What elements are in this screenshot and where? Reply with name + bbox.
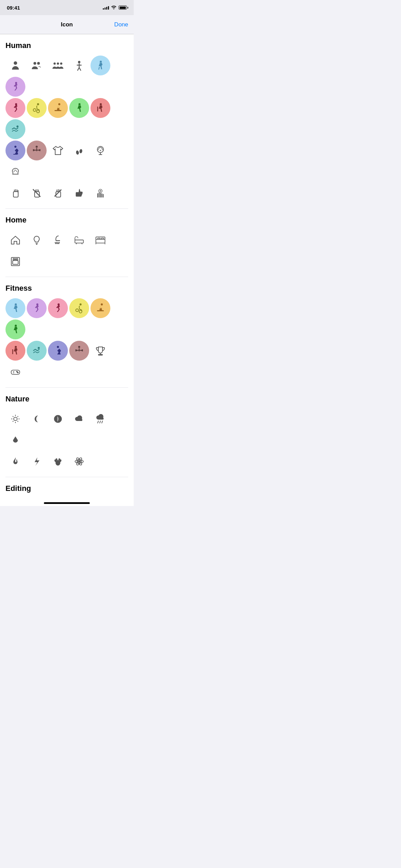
svg-point-15 <box>37 110 39 113</box>
hand-stop-icon[interactable] <box>5 183 25 203</box>
run-purple-icon[interactable] <box>5 77 25 97</box>
svg-point-108 <box>16 371 17 372</box>
hike-red-icon[interactable] <box>90 98 110 118</box>
done-button[interactable]: Done <box>114 21 128 28</box>
lightning-icon[interactable] <box>27 451 47 471</box>
hand-no-icon[interactable] <box>27 183 47 203</box>
svg-rect-103 <box>98 354 102 355</box>
fitness-wheelchair-icon[interactable] <box>69 298 89 318</box>
house-icon[interactable] <box>5 230 25 250</box>
svg-rect-74 <box>101 238 104 240</box>
person-group-2-icon[interactable] <box>27 56 47 75</box>
lightbulb-icon[interactable] <box>27 230 47 250</box>
paw-icon[interactable] <box>48 451 68 471</box>
nature-row-2 <box>5 451 128 471</box>
cloud-rain-icon[interactable] <box>90 409 110 429</box>
figure-stand-icon[interactable] <box>69 56 89 75</box>
svg-point-94 <box>57 346 59 348</box>
fitness-walk-icon[interactable] <box>5 298 25 318</box>
fitness-hike-icon[interactable] <box>5 341 25 361</box>
section-title-home: Home <box>5 216 128 225</box>
cloud-icon[interactable] <box>69 409 89 429</box>
svg-line-10 <box>79 68 81 71</box>
moon-full-icon[interactable] <box>48 409 68 429</box>
bed-icon[interactable] <box>90 230 110 250</box>
svg-point-90 <box>15 325 17 327</box>
moon-icon[interactable] <box>27 409 47 429</box>
svg-line-123 <box>102 421 102 423</box>
svg-point-1 <box>34 62 36 65</box>
run-pink-icon[interactable] <box>5 98 25 118</box>
fitness-walk-green-icon[interactable] <box>5 320 25 339</box>
svg-line-9 <box>77 68 79 71</box>
fire-icon[interactable] <box>5 451 25 471</box>
gamepad-icon[interactable] <box>5 362 25 382</box>
brain-icon[interactable] <box>5 162 25 182</box>
water-drop-icon[interactable] <box>5 430 25 450</box>
status-time: 09:41 <box>7 5 20 11</box>
svg-point-0 <box>14 61 17 65</box>
svg-point-25 <box>36 146 38 148</box>
svg-point-23 <box>14 146 16 148</box>
svg-point-17 <box>58 103 60 105</box>
trophy-icon[interactable] <box>90 341 110 361</box>
sun-icon[interactable] <box>5 409 25 429</box>
section-title-fitness: Fitness <box>5 284 128 293</box>
svg-point-88 <box>101 303 103 305</box>
fitness-skate-icon[interactable] <box>48 341 68 361</box>
footprint-icon[interactable] <box>69 141 89 160</box>
svg-point-79 <box>13 258 14 260</box>
human-row-2 <box>5 98 128 139</box>
walk-green-icon[interactable] <box>69 98 89 118</box>
svg-point-85 <box>80 303 82 305</box>
home-indicator <box>44 502 90 504</box>
wheelchair-yellow-icon[interactable] <box>27 98 47 118</box>
hand-slash-icon[interactable] <box>48 183 68 203</box>
brain-head-icon[interactable] <box>90 141 110 160</box>
svg-point-86 <box>79 310 82 313</box>
home-row-1 <box>5 230 128 271</box>
svg-point-33 <box>79 149 83 153</box>
tshirt-icon[interactable] <box>48 141 68 160</box>
svg-point-22 <box>16 125 19 128</box>
shower-icon[interactable] <box>48 230 68 250</box>
atom-icon[interactable] <box>69 451 89 471</box>
svg-line-117 <box>17 416 18 417</box>
svg-rect-78 <box>13 261 18 264</box>
svg-line-115 <box>13 416 13 417</box>
nature-row-1 <box>5 409 128 450</box>
svg-point-3 <box>53 62 56 64</box>
weightlift-icon[interactable] <box>27 141 47 160</box>
swim-teal-icon[interactable] <box>5 119 25 139</box>
svg-rect-101 <box>81 350 82 351</box>
section-title-nature: Nature <box>5 395 128 403</box>
svg-point-32 <box>76 150 79 155</box>
section-title-human: Human <box>5 41 128 50</box>
svg-point-109 <box>17 372 19 373</box>
touch-icon[interactable] <box>90 183 110 203</box>
svg-line-116 <box>17 421 18 422</box>
fitness-treadmill-icon[interactable] <box>90 298 110 318</box>
svg-rect-30 <box>34 149 35 151</box>
fitness-run-pink-icon[interactable] <box>48 298 68 318</box>
human-row-4 <box>5 183 128 203</box>
svg-point-5 <box>60 62 62 64</box>
svg-point-82 <box>15 303 17 305</box>
skate-icon[interactable] <box>5 141 25 160</box>
fitness-run-purple-icon[interactable] <box>27 298 47 318</box>
fitness-swim-icon[interactable] <box>27 341 47 361</box>
thumbsup-icon[interactable] <box>69 183 89 203</box>
status-icons <box>103 5 128 10</box>
svg-point-52 <box>100 190 101 192</box>
fitness-lift-icon[interactable] <box>69 341 89 361</box>
person-group-3-icon[interactable] <box>48 56 68 75</box>
walk-blue-icon[interactable] <box>90 56 110 75</box>
bathtub-icon[interactable] <box>69 230 89 250</box>
treadmill-orange-icon[interactable] <box>48 98 68 118</box>
svg-point-16 <box>33 109 36 111</box>
svg-rect-42 <box>35 192 39 197</box>
svg-point-6 <box>78 61 81 63</box>
person-icon[interactable] <box>5 56 25 75</box>
oven-icon[interactable] <box>5 251 25 271</box>
svg-rect-72 <box>96 239 105 243</box>
